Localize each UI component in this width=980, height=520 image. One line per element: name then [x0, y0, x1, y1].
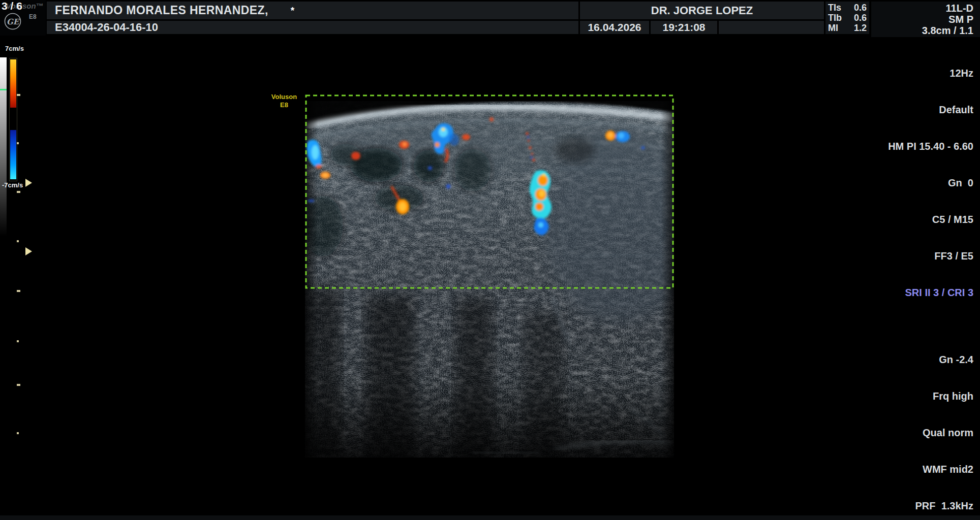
tis-value: 0.6 — [854, 3, 867, 13]
probe-name: 11L-D — [871, 3, 973, 14]
ultrasound-image[interactable] — [305, 94, 674, 465]
ti-row: TIb 0.6 — [828, 13, 867, 23]
depth-frequency: 3.8cm / 1.1 — [871, 25, 973, 36]
doppler-positive-scale — [10, 59, 16, 108]
hypoechoic-area — [454, 149, 491, 191]
sri-cri-setting: SRI II 3 / CRI 3 — [888, 286, 973, 299]
system-model-label: E8 — [29, 13, 37, 20]
depth-tick — [17, 191, 20, 193]
b-gain: Gn 0 — [888, 177, 973, 189]
depth-tick — [17, 290, 20, 292]
logo-area: Voluson™ 3 / 6 GE E8 — [0, 0, 46, 36]
depth-tick — [17, 340, 19, 342]
gray-map-marker — [0, 89, 7, 90]
hypoechoic-area — [554, 137, 595, 163]
hypoechoic-area — [413, 150, 444, 182]
frame-filter: FF3 / E5 — [888, 250, 973, 262]
watermark-line2: E8 — [270, 101, 298, 109]
focus-marker-arrow-icon — [25, 179, 32, 187]
patient-flag: * — [291, 5, 295, 16]
ti-row: MI 1.2 — [828, 23, 867, 33]
preset-name: SM P — [871, 14, 973, 25]
ti-row: TIs 0.6 — [828, 3, 867, 13]
exam-time: 19:21:08 — [651, 21, 717, 34]
velocity-scale-min: -7cm/s — [2, 181, 23, 189]
harmonics-range: HM PI 15.40 - 6.60 — [888, 140, 973, 152]
svg-text:GE: GE — [7, 17, 20, 26]
depth-tick — [17, 384, 20, 386]
focus-marker-arrow-icon — [25, 247, 32, 255]
doppler-negative-scale — [10, 130, 16, 179]
physician-name: DR. JORGE LOPEZ — [580, 2, 824, 19]
pulse-repetition-frequency: PRF 1.3kHz — [888, 500, 973, 512]
exam-date: 16.04.2026 — [580, 21, 649, 34]
watermark-line1: Voluson — [270, 93, 298, 101]
grayscale-bar — [0, 57, 7, 236]
doppler-color-bar — [9, 58, 17, 181]
doppler-quality: Qual norm — [888, 427, 973, 439]
image-watermark-label: Voluson E8 — [270, 93, 298, 109]
tib-label: TIb — [828, 13, 842, 23]
depth-tick — [17, 142, 19, 144]
ge-logo-icon: GE — [4, 12, 22, 32]
preset-default: Default — [888, 104, 973, 116]
bottom-strip — [0, 515, 980, 520]
header-empty-cell — [719, 21, 824, 34]
probe-info-block: 11L-D SM P 3.8cm / 1.1 — [871, 2, 980, 37]
depth-tick — [17, 432, 19, 434]
voluson-ultrasound-screen: Voluson™ 3 / 6 GE E8 FERNANDO MORALES HE… — [0, 0, 980, 520]
depth-tick — [17, 94, 20, 96]
contrast-map: C5 / M15 — [888, 213, 973, 225]
frame-rate: 12Hz — [888, 67, 973, 79]
patient-name: FERNANDO MORALES HERNANDEZ, — [55, 4, 268, 17]
doppler-frequency: Frq high — [888, 390, 973, 402]
params-gap — [888, 323, 973, 329]
page-counter: 3 / 6 — [2, 0, 22, 12]
tib-value: 0.6 — [854, 13, 867, 23]
thermal-index-block: TIs 0.6 TIb 0.6 MI 1.2 — [825, 2, 869, 34]
mi-value: 1.2 — [854, 23, 867, 33]
bottom-fade — [305, 378, 674, 465]
mi-label: MI — [828, 23, 838, 33]
velocity-scale-max: 7cm/s — [5, 45, 24, 52]
exam-id: E34004-26-04-16-10 — [47, 21, 578, 34]
wall-motion-filter: WMF mid2 — [888, 463, 973, 475]
right-edge-fade — [661, 101, 674, 465]
tis-label: TIs — [828, 3, 841, 13]
patient-name-bar: FERNANDO MORALES HERNANDEZ, * — [47, 2, 578, 19]
doppler-gain: Gn -2.4 — [888, 353, 973, 366]
depth-tick — [17, 240, 19, 242]
imaging-parameters-panel: 12Hz Default HM PI 15.40 - 6.60 Gn 0 C5 … — [888, 43, 973, 520]
